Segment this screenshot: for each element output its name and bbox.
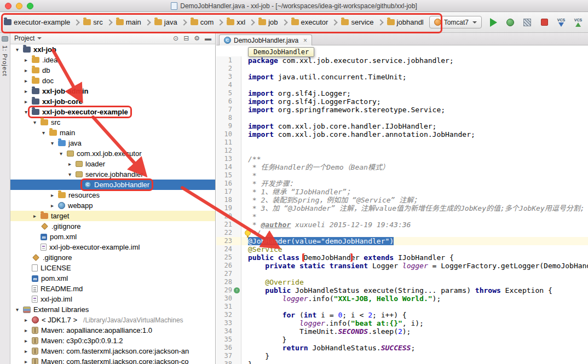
code-line-4[interactable]: 4 — [216, 81, 588, 89]
stop-button[interactable] — [539, 17, 550, 28]
chevron-right-icon[interactable]: ▸ — [49, 203, 56, 209]
project-tool-window-button[interactable]: 1: Project — [2, 45, 8, 76]
code-line-30[interactable]: 30 logger.info("XXL-JOB, Hello World."); — [216, 294, 588, 303]
chevron-right-icon[interactable]: ▸ — [22, 317, 30, 323]
chevron-right-icon[interactable]: ▸ — [31, 213, 38, 219]
code-line-31[interactable]: 31 — [216, 303, 588, 311]
tool-window-icon[interactable] — [2, 36, 8, 42]
code-line-1[interactable]: 1package com.xxl.job.executor.service.jo… — [216, 56, 588, 65]
chevron-right-icon[interactable]: ▸ — [22, 359, 30, 364]
code-line-21[interactable]: 21 * @author xuxueli 2015-12-19 19:43:36 — [216, 221, 588, 229]
code-line-28[interactable]: 28 @Override — [216, 278, 588, 286]
breadcrumb-item-executor-example[interactable]: executor-example — [2, 17, 72, 27]
tree-item-xxl-job-executor-example[interactable]: ▾xxl-job-executor-example — [10, 107, 215, 117]
tree-item-maven-aopalliance-aopalliance-1-0[interactable]: ▸Maven: aopalliance:aopalliance:1.0 — [10, 325, 215, 336]
tree-item-loader[interactable]: ▸loader — [10, 159, 215, 169]
tree-item-pom-xml[interactable]: pom.xml — [10, 232, 215, 242]
chevron-right-icon[interactable]: ▸ — [22, 88, 30, 94]
tree-item-xxl-job-admin[interactable]: ▸xxl-job-admin — [10, 86, 215, 96]
tree-item-idea[interactable]: ▸.idea — [10, 55, 215, 65]
code-line-19[interactable]: 19 * 3、加 “@JobHander” 注解，注解value值为新增任务生成… — [216, 204, 588, 212]
zoom-window-button[interactable] — [27, 3, 33, 9]
code-line-25[interactable]: 25public class DemoJobHander extends IJo… — [216, 253, 588, 262]
context-breadcrumb-chip[interactable]: DemoJobHandler — [248, 47, 314, 57]
chevron-right-icon[interactable]: ▸ — [22, 67, 30, 73]
run-configuration-selector[interactable]: Tomcat7 — [429, 16, 482, 28]
chevron-right-icon[interactable]: ▸ — [22, 57, 30, 63]
project-view-selector[interactable]: Project — [14, 34, 42, 42]
tree-item-service-jobhandler[interactable]: ▾service.jobhandler — [10, 169, 215, 180]
tree-item-doc[interactable]: ▸doc — [10, 76, 215, 86]
code-line-3[interactable]: 3import java.util.concurrent.TimeUnit; — [216, 73, 588, 81]
code-line-2[interactable]: 2 — [216, 65, 588, 73]
code-line-6[interactable]: 6import org.slf4j.LoggerFactory; — [216, 97, 588, 106]
tree-item-readme-md[interactable]: README.md — [10, 284, 215, 294]
chevron-right-icon[interactable]: ▸ — [22, 348, 30, 354]
chevron-down-icon[interactable]: ▾ — [22, 109, 30, 115]
settings-icon[interactable]: ⚙ — [194, 34, 200, 42]
breadcrumb-item-job[interactable]: job — [257, 17, 279, 27]
code-line-12[interactable]: 12 — [216, 147, 588, 155]
debug-button[interactable] — [505, 17, 516, 28]
tree-item-maven-com-fasterxml-jackson-core-jackson-co[interactable]: ▸Maven: com.fasterxml.jackson.core:jacks… — [10, 356, 215, 364]
tree-item-demojobhandler[interactable]: DemoJobHandler — [10, 180, 215, 190]
code-line-11[interactable]: 11 — [216, 138, 588, 147]
code-line-27[interactable]: 27 — [216, 270, 588, 278]
code-line-9[interactable]: 9import com.xxl.job.core.handler.IJobHan… — [216, 122, 588, 130]
tree-item-external-libraries[interactable]: ▾External Libraries — [10, 304, 215, 315]
code-line-17[interactable]: 17 * 1、继承 “IJobHandler”； — [216, 188, 588, 196]
chevron-down-icon[interactable]: ▾ — [57, 151, 65, 157]
code-line-33[interactable]: 33 logger.info("beat at:{}", i); — [216, 319, 588, 327]
tree-item-jdk1-7[interactable]: ▸< JDK1.7 >/Library/Java/JavaVirtualMach… — [10, 315, 215, 325]
chevron-down-icon[interactable]: ▾ — [40, 130, 47, 136]
tree-item-gitignore[interactable]: .gitignore — [10, 252, 215, 263]
tree-item-pom-xml[interactable]: pom.xml — [10, 273, 215, 284]
breadcrumb-item-com[interactable]: com — [189, 17, 216, 27]
tree-item-maven-c3p0-c3p0-0-9-1-2[interactable]: ▸Maven: c3p0:c3p0:0.9.1.2 — [10, 336, 215, 346]
tree-item-resources[interactable]: ▸resources — [10, 190, 215, 200]
code-line-8[interactable]: 8 — [216, 114, 588, 122]
code-line-10[interactable]: 10import com.xxl.job.core.handler.annota… — [216, 130, 588, 138]
code-line-14[interactable]: 14 * 任务Handler的一个Demo（Bean模式） — [216, 163, 588, 171]
code-line-5[interactable]: 5import org.slf4j.Logger; — [216, 89, 588, 97]
code-line-7[interactable]: 7import org.springframework.stereotype.S… — [216, 106, 588, 114]
code-line-32[interactable]: 32 for (int i = 0; i < 2; i++) { — [216, 311, 588, 319]
chevron-down-icon[interactable]: ▾ — [49, 140, 56, 146]
tree-item-target[interactable]: ▸target — [10, 211, 215, 221]
chevron-right-icon[interactable]: ▸ — [22, 99, 30, 105]
editor-tab-demojobhandler[interactable]: DemoJobHandler.java × — [219, 34, 312, 45]
code-line-35[interactable]: 35 } — [216, 336, 588, 344]
run-button[interactable] — [488, 17, 499, 28]
close-window-button[interactable] — [5, 3, 11, 9]
chevron-down-icon[interactable]: ▾ — [31, 119, 38, 125]
chevron-down-icon[interactable]: ▾ — [14, 47, 21, 53]
chevron-right-icon[interactable]: ▸ — [22, 327, 30, 333]
chevron-right-icon[interactable]: ▸ — [49, 192, 56, 198]
breadcrumb-item-jobhandler[interactable]: jobhandler — [385, 17, 424, 27]
chevron-right-icon[interactable]: ▸ — [66, 161, 73, 167]
breadcrumb-item-service[interactable]: service — [339, 17, 375, 27]
run-with-coverage-button[interactable] — [522, 17, 533, 28]
code-line-26[interactable]: 26 private static transient Logger logge… — [216, 262, 588, 270]
chevron-down-icon[interactable]: ▾ — [66, 171, 73, 177]
tree-item-com-xxl-job-executor[interactable]: ▾com.xxl.job.executor — [10, 148, 215, 159]
code-area[interactable]: 1package com.xxl.job.executor.service.jo… — [216, 56, 588, 364]
code-line-36[interactable]: 36 return JobHandleStatus.SUCCESS; — [216, 344, 588, 352]
tree-item-main[interactable]: ▾main — [10, 128, 215, 138]
code-line-22[interactable]: 22 */ — [216, 229, 588, 237]
tree-item-xxl-job[interactable]: ▾xxl-job — [10, 44, 215, 55]
code-line-18[interactable]: 18 * 2、装配到Spring，例如加 “@Service” 注解； — [216, 196, 588, 204]
override-method-icon[interactable]: ↑ — [234, 287, 240, 293]
code-line-29[interactable]: 29↑ public JobHandleStatus execute(Strin… — [216, 286, 588, 294]
code-line-16[interactable]: 16 * 开发步骤： — [216, 180, 588, 188]
tree-item-db[interactable]: ▸db — [10, 65, 215, 76]
code-line-15[interactable]: 15 * — [216, 171, 588, 180]
tree-item-xxl-job-executor-example-iml[interactable]: xxl-job-executor-example.iml — [10, 242, 215, 252]
code-line-37[interactable]: 37 } — [216, 352, 588, 360]
locate-icon[interactable]: ⊙ — [173, 34, 178, 42]
code-line-34[interactable]: 34 TimeUnit.SECONDS.sleep(2); — [216, 327, 588, 336]
collapse-all-icon[interactable]: ⊟ — [183, 34, 189, 42]
code-line-13[interactable]: 13/** — [216, 155, 588, 163]
code-line-20[interactable]: 20 * — [216, 212, 588, 221]
tree-item-src[interactable]: ▾src — [10, 117, 215, 128]
